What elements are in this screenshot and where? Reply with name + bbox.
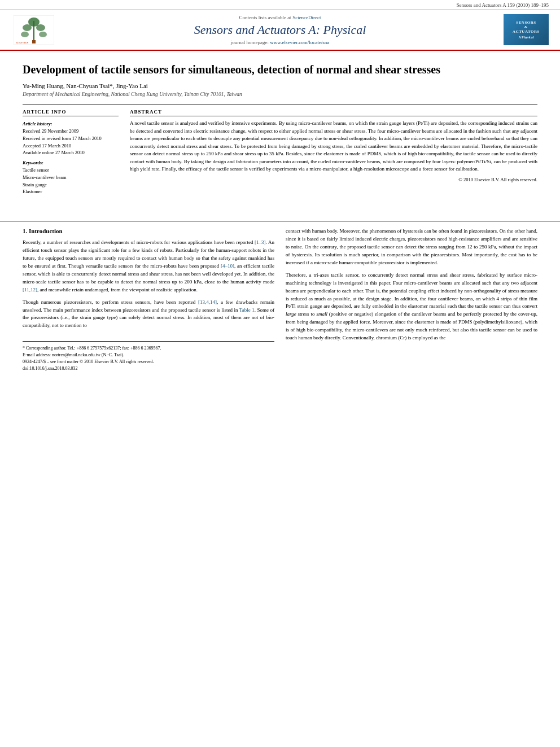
intro-paragraph-1: Recently, a number of researches and dev… <box>23 239 274 294</box>
sciencedirect-link[interactable]: ScienceDirect <box>292 15 321 20</box>
right-paragraph-1: contact with human body. Moreover, the p… <box>286 228 537 267</box>
cite-1-3[interactable]: [1–3] <box>255 239 266 245</box>
copyright-line: © 2010 Elsevier B.V. All rights reserved… <box>130 177 537 182</box>
footnote-doi[interactable]: doi:10.1016/j.sna.2010.03.032 <box>23 365 274 372</box>
svg-point-5 <box>21 32 29 37</box>
info-abstract-section: ARTICLE INFO Article history: Received 2… <box>23 104 537 195</box>
italic-small: small <box>316 311 327 317</box>
footnote-corresponding: * Corresponding author. Tel.: +886 6 275… <box>23 345 274 352</box>
abstract-panel: ABSTRACT A novel tactile sensor is analy… <box>130 109 537 195</box>
journal-name: Sensors and Actuators A: Physical <box>194 23 366 37</box>
svg-point-3 <box>23 24 32 31</box>
elsevier-tree-icon: ELSEVIER <box>14 15 54 45</box>
italic-large: large <box>286 311 296 317</box>
available-online-date: Available online 27 March 2010 <box>23 149 119 156</box>
section-divider <box>0 221 560 222</box>
affiliation: Department of Mechanical Engineering, Na… <box>23 91 537 97</box>
svg-point-6 <box>39 32 47 37</box>
footnote-issn: 0924-4247/$ – see front matter © 2010 El… <box>23 359 274 365</box>
left-column: 1. Introduction Recently, a number of re… <box>23 228 274 372</box>
keywords-label: Keywords: <box>23 160 119 165</box>
abstract-heading: ABSTRACT <box>130 109 537 116</box>
elsevier-logo-block: ELSEVIER <box>11 14 56 45</box>
sensors-box-sub: A Physical <box>519 36 534 39</box>
footnote-area: * Corresponding author. Tel.: +886 6 275… <box>23 341 274 372</box>
main-content: 1. Introduction Recently, a number of re… <box>0 228 560 372</box>
homepage-url[interactable]: www.elsevier.com/locate/sna <box>270 40 329 45</box>
table-1-ref[interactable]: Table 1 <box>239 307 255 313</box>
svg-rect-7 <box>32 40 36 43</box>
article-body: Development of tactile sensors for simul… <box>0 51 560 216</box>
sensors-box-text: SENSORS&ACTUATORS <box>513 20 540 34</box>
journal-reference: Sensors and Actuators A 159 (2010) 189–1… <box>0 0 560 10</box>
right-column: contact with human body. Moreover, the p… <box>286 228 537 372</box>
article-info-heading: ARTICLE INFO <box>23 109 119 116</box>
history-label: Article history: <box>23 121 119 126</box>
intro-paragraph-2: Though numerous piezoresistors, to perfo… <box>23 299 274 330</box>
journal-banner: ELSEVIER Contents lists available at Sci… <box>0 10 560 51</box>
keyword-2: Micro-cantilever beam <box>23 174 119 181</box>
keyword-3: Strain gauge <box>23 181 119 189</box>
contents-line: Contents lists available at ScienceDirec… <box>239 14 321 20</box>
journal-ref-text: Sensors and Actuators A 159 (2010) 189–1… <box>457 2 549 8</box>
article-info-panel: ARTICLE INFO Article history: Received 2… <box>23 109 119 195</box>
keyword-4: Elastomer <box>23 188 119 195</box>
journal-title-block: Contents lists available at ScienceDirec… <box>62 14 498 45</box>
received-date: Received 29 November 2009 <box>23 128 119 135</box>
abstract-text: A novel tactile sensor is analyzed and v… <box>130 120 537 173</box>
cite-13-4-14[interactable]: [13,4,14] <box>198 299 217 305</box>
article-title: Development of tactile sensors for simul… <box>23 62 537 77</box>
page: Sensors and Actuators A 159 (2010) 189–1… <box>0 0 560 747</box>
intro-section-title: 1. Introduction <box>23 228 274 234</box>
accepted-date: Accepted 17 March 2010 <box>23 142 119 150</box>
journal-homepage: journal homepage: www.elsevier.com/locat… <box>231 40 329 45</box>
received-revised-date: Received in revised form 17 March 2010 <box>23 135 119 142</box>
svg-text:ELSEVIER: ELSEVIER <box>15 41 28 44</box>
cite-4-10[interactable]: [4–10] <box>221 263 234 269</box>
sensors-actuators-logo: SENSORS&ACTUATORS A Physical <box>504 14 549 45</box>
footnote-email: E-mail address: nortren@mail.ncku.edu.tw… <box>23 352 274 359</box>
keyword-1: Tactile sensor <box>23 167 119 174</box>
svg-point-4 <box>36 24 45 31</box>
authors: Yu-Ming Huang, Nan-Chyuan Tsai*, Jing-Ya… <box>23 82 537 89</box>
cite-11-12[interactable]: [11,12] <box>23 287 37 292</box>
right-paragraph-2: Therefore, a tri-axes tactile sensor, to… <box>286 272 537 342</box>
